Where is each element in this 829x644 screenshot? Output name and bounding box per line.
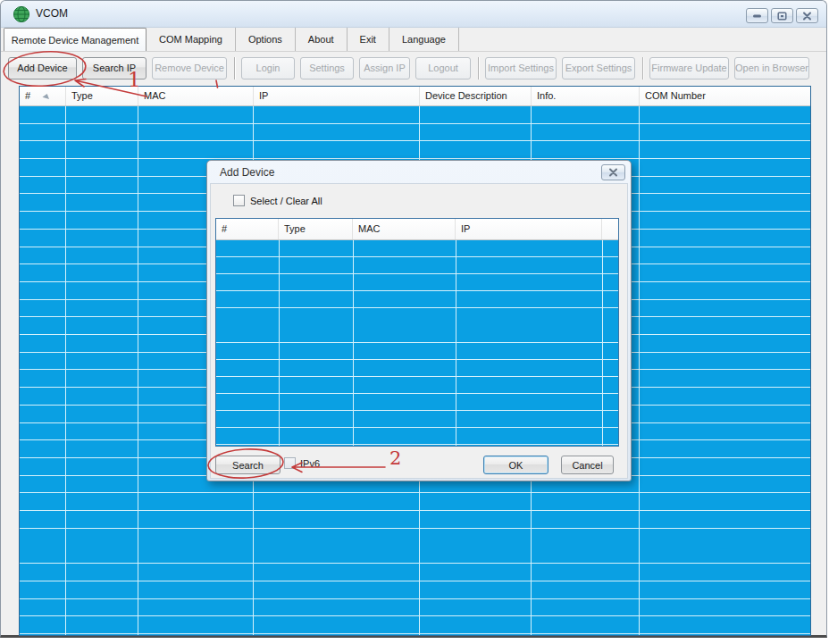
window-controls (746, 8, 818, 23)
dialog-content: Select / Clear All # Type MAC IP Search … (210, 183, 628, 479)
tab-about[interactable]: About (296, 28, 348, 51)
column-header-com-number[interactable]: COM Number (640, 87, 810, 105)
column-header-ip[interactable]: IP (456, 219, 602, 239)
column-header-info[interactable]: Info. (532, 87, 640, 105)
close-icon (802, 12, 812, 21)
login-button[interactable]: Login (241, 57, 295, 79)
open-in-browser-button[interactable]: Open in Browser (734, 57, 809, 79)
tab-language[interactable]: Language (389, 28, 459, 51)
column-header-spacer (602, 219, 618, 239)
dialog-device-table: # Type MAC IP (215, 218, 619, 447)
cancel-button[interactable]: Cancel (561, 456, 614, 474)
toolbar: Add Device Search IP Remove Device Login… (1, 52, 826, 84)
settings-button[interactable]: Settings (300, 57, 354, 79)
dialog-table-header: # Type MAC IP (216, 219, 618, 240)
remove-device-button[interactable]: Remove Device (152, 57, 227, 79)
tab-bar: Remote Device Management COM Mapping Opt… (1, 28, 826, 52)
dialog-table-body[interactable] (216, 240, 618, 446)
select-all-checkbox[interactable] (233, 195, 245, 206)
globe-icon (13, 5, 30, 23)
titlebar: VCOM (1, 1, 826, 28)
import-settings-button[interactable]: Import Settings (485, 57, 557, 79)
select-all-label: Select / Clear All (250, 196, 322, 206)
add-device-dialog: Add Device Select / Clear All # Type MAC… (206, 160, 632, 481)
tab-com-mapping[interactable]: COM Mapping (147, 28, 236, 51)
ok-button[interactable]: OK (483, 456, 548, 474)
maximize-icon (777, 12, 787, 21)
column-header-type[interactable]: Type (279, 219, 353, 239)
toolbar-separator (478, 57, 480, 79)
logout-button[interactable]: Logout (415, 57, 471, 79)
maximize-button[interactable] (771, 8, 793, 23)
search-button[interactable]: Search (215, 456, 281, 474)
minimize-button[interactable] (746, 8, 768, 23)
column-header-ip[interactable]: IP (254, 87, 420, 105)
ipv6-row: IPv6 (284, 457, 320, 469)
toolbar-separator (234, 57, 236, 79)
firmware-update-button[interactable]: Firmware Update (649, 57, 729, 79)
column-header-device-description[interactable]: Device Description (420, 87, 532, 105)
dialog-title: Add Device (220, 166, 274, 179)
minimize-icon (752, 12, 762, 20)
column-header-number[interactable]: # (216, 219, 279, 239)
tab-exit[interactable]: Exit (348, 28, 389, 51)
close-icon (608, 168, 618, 177)
column-header-mac[interactable]: MAC (138, 87, 254, 105)
column-header-number[interactable]: # (20, 87, 66, 105)
column-header-type[interactable]: Type (66, 87, 138, 105)
search-ip-button[interactable]: Search IP (82, 57, 147, 79)
dialog-close-button[interactable] (601, 164, 625, 180)
device-table-header: # Type MAC IP Device Description Info. C… (20, 87, 810, 106)
app-window: VCOM Remote Device Management COM Mappin… (0, 0, 827, 638)
close-button[interactable] (796, 8, 818, 23)
select-all-row: Select / Clear All (233, 195, 322, 206)
ipv6-label: IPv6 (300, 458, 320, 469)
sort-indicator-icon (42, 93, 50, 99)
assign-ip-button[interactable]: Assign IP (359, 57, 410, 79)
export-settings-button[interactable]: Export Settings (562, 57, 635, 79)
add-device-button[interactable]: Add Device (8, 57, 77, 79)
window-title: VCOM (36, 7, 68, 20)
tab-remote-device-management[interactable]: Remote Device Management (4, 28, 147, 51)
column-header-mac[interactable]: MAC (353, 219, 456, 239)
ipv6-checkbox[interactable] (284, 457, 296, 469)
toolbar-separator (642, 57, 644, 79)
tab-options[interactable]: Options (236, 28, 296, 51)
